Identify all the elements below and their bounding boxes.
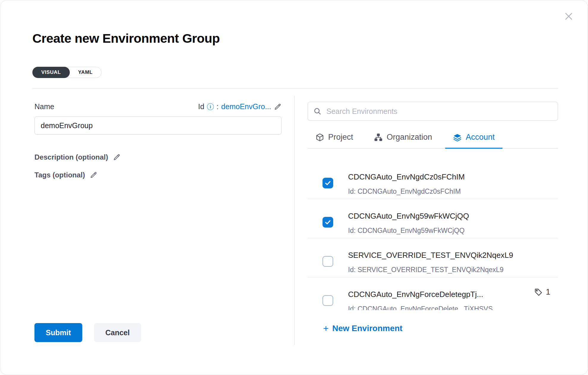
env-group-form: Name Id i : demoEnvGro... Description (o… — [34, 102, 282, 179]
env-id: Id: CDCNGAuto_EnvNgdCz0sFChIM — [348, 188, 558, 196]
env-checkbox[interactable] — [323, 178, 333, 188]
name-label: Name — [34, 102, 54, 111]
env-id: Id: SERVICE_OVERRIDE_TEST_ENVQik2NqexL9 — [348, 266, 558, 274]
search-icon — [313, 107, 322, 115]
tag-icon — [534, 288, 543, 297]
environment-list: CDCNGAuto_EnvNgdCz0sFChIM Id: CDCNGAuto_… — [308, 160, 558, 310]
env-checkbox[interactable] — [323, 295, 333, 306]
tab-organization-label: Organization — [387, 133, 432, 142]
tab-project-label: Project — [328, 133, 353, 142]
id-label: Id — [198, 102, 204, 111]
top-divider — [32, 88, 558, 88]
info-icon[interactable]: i — [207, 103, 214, 110]
tab-organization[interactable]: Organization — [366, 131, 440, 149]
tab-project[interactable]: Project — [308, 131, 361, 149]
vertical-divider — [294, 96, 295, 345]
description-row: Description (optional) — [34, 153, 282, 161]
id-value-link[interactable]: demoEnvGro... — [221, 102, 271, 111]
new-environment-label: New Environment — [332, 324, 402, 333]
env-name: CDCNGAuto_EnvNg59wFkWCjQQ — [348, 212, 558, 221]
organization-icon — [374, 133, 383, 142]
env-id: Id: CDCNGAuto_EnvNgForceDelete...TjXHSVS — [348, 305, 558, 310]
scope-tabs: Project Organization Account — [308, 131, 558, 149]
env-name: SERVICE_OVERRIDE_TEST_ENVQik2NqexL9 — [348, 251, 558, 260]
edit-id-icon[interactable] — [274, 103, 282, 111]
search-input[interactable] — [326, 107, 552, 116]
description-label: Description (optional) — [34, 153, 108, 161]
tag-count-badge: 1 — [534, 287, 550, 297]
env-checkbox[interactable] — [323, 256, 333, 267]
account-icon — [453, 133, 462, 142]
submit-button[interactable]: Submit — [34, 323, 82, 342]
id-colon: : — [216, 102, 219, 111]
tags-row: Tags (optional) — [34, 171, 282, 179]
footer-actions: Submit Cancel — [34, 323, 141, 342]
environment-row[interactable]: CDCNGAuto_EnvNgForceDeletegpTj... Id: CD… — [308, 277, 558, 310]
new-environment-button[interactable]: + New Environment — [308, 324, 558, 333]
toggle-visual[interactable]: VISUAL — [32, 67, 70, 78]
search-box — [308, 102, 558, 121]
tags-label: Tags (optional) — [34, 171, 85, 179]
env-name: CDCNGAuto_EnvNgForceDeletegpTj... — [348, 290, 558, 299]
environments-panel: Project Organization Account — [308, 102, 558, 333]
edit-description-icon[interactable] — [113, 153, 121, 161]
plus-icon: + — [323, 324, 329, 333]
id-group: Id i : demoEnvGro... — [198, 102, 282, 111]
env-checkbox[interactable] — [323, 217, 333, 228]
cancel-button[interactable]: Cancel — [94, 323, 141, 342]
close-icon[interactable] — [563, 11, 574, 22]
environment-row[interactable]: SERVICE_OVERRIDE_TEST_ENVQik2NqexL9 Id: … — [308, 238, 558, 277]
environment-row[interactable]: CDCNGAuto_EnvNgdCz0sFChIM Id: CDCNGAuto_… — [308, 160, 558, 199]
project-icon — [315, 133, 324, 142]
environment-row[interactable]: CDCNGAuto_EnvNg59wFkWCjQQ Id: CDCNGAuto_… — [308, 199, 558, 238]
tag-count: 1 — [546, 287, 550, 297]
env-id: Id: CDCNGAuto_EnvNg59wFkWCjQQ — [348, 227, 558, 235]
tab-account-label: Account — [466, 133, 495, 142]
edit-tags-icon[interactable] — [90, 171, 97, 179]
tab-account[interactable]: Account — [445, 131, 502, 149]
visual-yaml-toggle: VISUAL YAML — [32, 67, 102, 78]
page-title: Create new Environment Group — [32, 31, 220, 46]
env-name: CDCNGAuto_EnvNgdCz0sFChIM — [348, 172, 558, 182]
toggle-yaml[interactable]: YAML — [69, 67, 102, 78]
create-env-group-modal: Create new Environment Group VISUAL YAML… — [0, 0, 588, 375]
name-row: Name Id i : demoEnvGro... — [34, 102, 282, 111]
name-input[interactable] — [34, 116, 282, 135]
